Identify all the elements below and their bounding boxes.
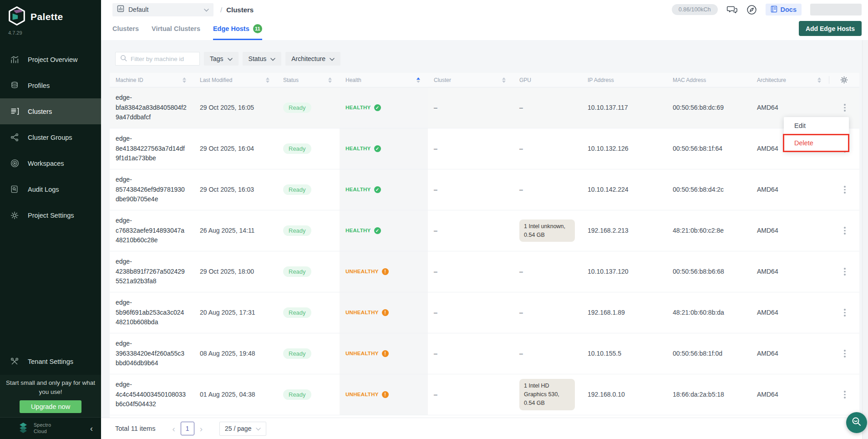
last-modified-cell: 01 Aug 2025, 04:38 — [194, 390, 277, 400]
machine-id-cell: edge-857438426ef9d9781930dbe90b705e4e — [110, 175, 194, 204]
gpu-badge: 1 Intel unknown, 0.54 GB — [519, 220, 575, 242]
sidebar-item-audit-logs[interactable]: Audit Logs — [0, 176, 101, 202]
column-header-last-modified[interactable]: Last Modified — [194, 73, 277, 87]
row-menu-button[interactable] — [841, 265, 848, 278]
last-modified-cell: 29 Oct 2025, 16:05 — [194, 103, 277, 113]
architecture-cell: AMD64 — [751, 103, 829, 113]
table-row[interactable]: edge-4c4c4544003450108033b6c04f50443201 … — [110, 374, 859, 415]
column-label: Machine ID — [116, 77, 143, 83]
palette-app-window: Palette 4.7.29 Project OverviewProfilesC… — [0, 0, 868, 439]
table-row[interactable]: edge-857438426ef9d9781930dbe90b705e4e29 … — [110, 169, 859, 210]
column-label: IP Address — [588, 77, 614, 83]
ip-address-cell: 10.10.137.120 — [582, 267, 667, 277]
sort-icon[interactable] — [502, 77, 506, 83]
add-edge-hosts-button[interactable]: Add Edge Hosts — [799, 21, 862, 36]
tags-filter-dropdown[interactable]: Tags — [204, 52, 239, 66]
sort-icon[interactable] — [817, 77, 821, 83]
ip-address-cell: 10.10.132.126 — [582, 144, 667, 154]
gpu-cell: – — [513, 349, 582, 359]
column-settings-header — [829, 73, 859, 87]
status-badge: Ready — [283, 225, 311, 236]
ip-address-cell: 10.10.137.117 — [582, 103, 667, 113]
chevron-down-icon — [228, 55, 233, 62]
page-size-select[interactable]: 25 / page — [219, 422, 266, 436]
project-selector-dropdown[interactable]: Default — [112, 3, 213, 16]
tab-virtual-clusters[interactable]: Virtual Clusters — [152, 17, 200, 40]
tab-edge-hosts[interactable]: Edge Hosts11 — [213, 17, 262, 40]
cluster-cell: – — [428, 390, 513, 400]
scrollbar-track[interactable] — [862, 40, 868, 439]
sidebar-item-label: Clusters — [28, 108, 52, 115]
table-settings-gear-icon[interactable] — [840, 76, 848, 84]
layers-icon — [10, 81, 20, 91]
pagination-next-button[interactable]: › — [194, 424, 208, 433]
table-row[interactable]: edge-5b96f691ab253ca3c02448210b608bda20 … — [110, 292, 859, 333]
column-header-cluster[interactable]: Cluster — [428, 73, 513, 87]
sidebar-item-project-overview[interactable]: Project Overview — [0, 46, 101, 72]
breadcrumb-current[interactable]: Clusters — [226, 6, 254, 14]
column-label: Cluster — [434, 77, 451, 83]
status-filter-dropdown[interactable]: Status — [243, 52, 282, 66]
sidebar-item-clusters[interactable]: Clusters — [0, 98, 101, 124]
sidebar-collapse-button[interactable]: ‹ — [90, 424, 93, 433]
last-modified-cell: 29 Oct 2025, 18:00 — [194, 267, 277, 277]
tab-clusters[interactable]: Clusters — [112, 17, 139, 40]
mac-address-cell: 18:66:da:2a:b5:18 — [667, 390, 751, 400]
sidebar-item-workspaces[interactable]: Workspaces — [0, 150, 101, 176]
row-menu-button[interactable] — [841, 347, 848, 360]
context-menu-delete[interactable]: Delete — [784, 134, 849, 152]
row-menu-button[interactable] — [841, 306, 848, 319]
warning-circle-icon: ! — [382, 309, 389, 316]
table-row[interactable]: edge-bfa83842a83d8405804f29a47ddbafcf29 … — [110, 87, 859, 128]
row-menu-button[interactable] — [841, 101, 848, 114]
row-menu-button[interactable] — [841, 388, 848, 401]
table-row[interactable]: edge-c76832aefe914893047a48210b60c28e26 … — [110, 210, 859, 251]
column-header-architecture[interactable]: Architecture — [751, 73, 829, 87]
servers-icon — [10, 107, 20, 117]
architecture-cell: AMD64 — [751, 349, 829, 359]
mac-address-cell: 48:21:0b:60:c2:8e — [667, 226, 751, 236]
sidebar-item-project-settings[interactable]: Project Settings — [0, 202, 101, 228]
column-header-health[interactable]: Health — [340, 73, 428, 87]
table-row[interactable]: edge-396338420e4f260a55c3bbd046db9b6408 … — [110, 333, 859, 374]
table-row[interactable]: edge-8e41384227563a7d14df9f1d1ac73bbe29 … — [110, 128, 859, 169]
health-cell: HEALTHY✓ — [340, 128, 428, 169]
sidebar-item-profiles[interactable]: Profiles — [0, 72, 101, 98]
support-launcher-button[interactable] — [846, 412, 867, 433]
sort-icon[interactable] — [416, 77, 420, 83]
column-header-status[interactable]: Status — [277, 73, 340, 87]
architecture-filter-dropdown[interactable]: Architecture — [285, 52, 340, 66]
sidebar-item-tenant-settings[interactable]: Tenant Settings — [0, 349, 101, 375]
sidebar-item-cluster-groups[interactable]: Cluster Groups — [0, 124, 101, 150]
usage-badge: 0.86/100kCh — [672, 4, 718, 15]
table-row[interactable]: edge-4238b891f7267a5024295521a92b3fa829 … — [110, 251, 859, 292]
machine-id-cell: edge-4c4c4544003450108033b6c04f504432 — [110, 380, 194, 409]
chat-icon[interactable] — [726, 5, 738, 15]
pagination-prev-button[interactable]: ‹ — [167, 424, 180, 433]
upgrade-now-button[interactable]: Upgrade now — [20, 400, 81, 413]
ip-address-cell: 192.168.1.89 — [582, 308, 667, 318]
search-input[interactable] — [131, 56, 195, 62]
row-menu-button[interactable] — [841, 224, 848, 237]
compass-icon[interactable] — [746, 5, 757, 15]
context-menu-edit[interactable]: Edit — [784, 117, 849, 134]
column-header-machine-id[interactable]: Machine ID — [110, 73, 194, 87]
gpu-cell: 1 Intel HD Graphics 530, 0.54 GB — [513, 379, 582, 410]
pagination-page-button[interactable]: 1 — [181, 422, 194, 435]
docs-button[interactable]: Docs — [766, 4, 802, 15]
column-header-ip-address: IP Address — [582, 73, 667, 87]
machine-id-search[interactable] — [115, 52, 200, 66]
row-menu-button[interactable] — [841, 183, 848, 196]
user-menu[interactable] — [810, 4, 862, 15]
chevron-down-icon — [330, 55, 335, 62]
sort-icon[interactable] — [183, 77, 186, 83]
cluster-cell: – — [428, 144, 513, 154]
architecture-cell: AMD64 — [751, 226, 829, 236]
sort-icon[interactable] — [328, 77, 332, 83]
health-cell: HEALTHY✓ — [340, 210, 428, 251]
sort-icon[interactable] — [266, 77, 269, 83]
status-cell: Ready — [277, 103, 340, 113]
gpu-badge: 1 Intel HD Graphics 530, 0.54 GB — [519, 379, 575, 410]
pagination-bar: Total 11 items ‹ 1 › 25 / page — [101, 418, 868, 439]
check-circle-icon: ✓ — [374, 145, 381, 152]
